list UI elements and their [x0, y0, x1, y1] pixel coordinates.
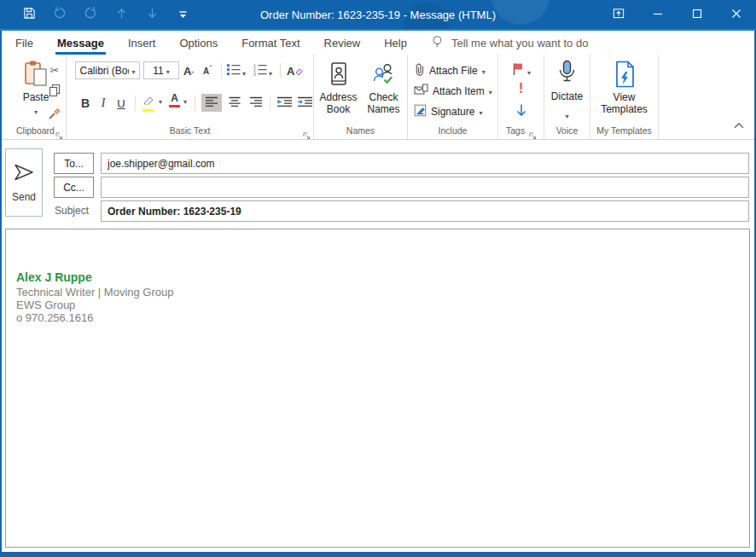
redo-button[interactable]	[75, 2, 106, 27]
signature-phone: o 970.256.1616	[16, 311, 749, 324]
font-name-select[interactable]: Calibri (Body	[75, 61, 140, 79]
align-left-button[interactable]	[201, 94, 222, 112]
compose-header: Send To... Cc... Subject joe.shipper@gma…	[0, 142, 756, 229]
dictate-dropdown[interactable]	[544, 107, 590, 122]
dictate-button[interactable]	[544, 60, 590, 89]
minimize-button[interactable]	[638, 0, 677, 29]
signature-company: EWS Group	[16, 299, 749, 311]
separator	[195, 96, 195, 111]
window-border-bottom	[0, 552, 756, 557]
separator	[221, 63, 222, 78]
address-book-button[interactable]: Address Book	[316, 59, 361, 127]
high-importance-button[interactable]: !	[498, 80, 544, 97]
group-voice: Dictate Voice	[544, 55, 590, 139]
ribbon-display-options-button[interactable]	[599, 0, 638, 29]
clipboard-dialog-launcher[interactable]	[55, 128, 63, 136]
tags-dialog-launcher[interactable]	[529, 128, 537, 136]
separator	[270, 96, 270, 111]
tab-format-text[interactable]: Format Text	[230, 31, 311, 55]
clear-formatting-button[interactable]: A	[287, 61, 304, 80]
to-field[interactable]: joe.shipper@gmail.com	[101, 153, 749, 174]
tab-review[interactable]: Review	[312, 31, 373, 55]
font-color-bar	[169, 105, 180, 107]
attach-item-label: Attach Item	[433, 85, 485, 97]
shrink-font-button[interactable]: A	[203, 61, 212, 80]
numbering-button[interactable]: 123	[253, 63, 272, 79]
tab-help[interactable]: Help	[372, 31, 419, 55]
highlighter-icon	[142, 93, 154, 108]
collapse-ribbon-button[interactable]	[734, 117, 744, 132]
signature-role: Technical Writer | Moving Group	[16, 286, 749, 299]
font-color-dropdown-icon[interactable]	[183, 99, 187, 106]
dictate-label: Dictate	[544, 90, 590, 102]
tab-options[interactable]: Options	[167, 31, 230, 55]
window-border-left	[0, 31, 2, 557]
group-clipboard: Paste Clipboard	[5, 55, 67, 139]
copy-button[interactable]	[48, 84, 61, 101]
decrease-indent-button[interactable]	[275, 94, 295, 112]
cc-field[interactable]	[101, 177, 749, 198]
font-name-value: Calibri (Body	[79, 65, 129, 77]
send-button[interactable]: Send	[5, 148, 43, 217]
signature-label: Signature	[431, 106, 474, 118]
copy-icon	[48, 85, 61, 100]
bullets-button[interactable]	[226, 63, 246, 79]
check-names-label: Check Names	[361, 91, 406, 115]
group-include: Attach File Attach Item Signature Includ…	[408, 55, 498, 139]
close-icon	[731, 7, 741, 22]
close-button[interactable]	[717, 0, 756, 29]
titlebar: Order Number: 1623-235-19 - Message (HTM…	[0, 0, 756, 29]
attach-file-button[interactable]: Attach File	[414, 62, 486, 79]
window-controls	[599, 0, 756, 29]
group-tags: ! Tags	[498, 55, 544, 139]
cc-button[interactable]: Cc...	[54, 177, 94, 198]
increase-indent-button[interactable]	[295, 94, 316, 112]
tab-file[interactable]: File	[3, 31, 45, 55]
follow-up-flag-button[interactable]	[498, 62, 544, 79]
font-size-value: 11	[153, 65, 163, 77]
tell-me-label: Tell me what you want to do	[451, 37, 588, 49]
separator	[135, 96, 136, 111]
align-right-button[interactable]	[246, 94, 266, 112]
cut-button[interactable]	[50, 62, 60, 78]
tab-insert[interactable]: Insert	[116, 31, 168, 55]
signature-button[interactable]: Signature	[414, 103, 482, 120]
subject-field[interactable]: Order Number: 1623-235-19	[101, 200, 749, 222]
increase-indent-icon	[297, 96, 314, 111]
align-right-icon	[249, 96, 264, 111]
voice-group-label: Voice	[544, 125, 590, 136]
flag-dropdown-icon	[527, 63, 531, 78]
basic-text-dialog-launcher[interactable]	[303, 128, 311, 136]
tell-me-search[interactable]: Tell me what you want to do	[431, 35, 588, 51]
names-group-label: Names	[314, 125, 407, 136]
save-icon	[23, 7, 36, 23]
save-button[interactable]	[14, 2, 44, 27]
highlight-button[interactable]	[142, 93, 154, 112]
paperclip-icon	[414, 62, 425, 79]
font-size-select[interactable]: 11	[143, 61, 179, 79]
attach-item-button[interactable]: Attach Item	[414, 83, 492, 100]
highlight-dropdown-icon[interactable]	[159, 99, 162, 106]
check-names-button[interactable]: Check Names	[361, 59, 406, 127]
message-body[interactable]: Alex J Ruppe Technical Writer | Moving G…	[5, 229, 750, 548]
outlook-message-window: Order Number: 1623-235-19 - Message (HTM…	[0, 0, 756, 557]
italic-button[interactable]: I	[98, 94, 108, 113]
flag-icon	[511, 62, 524, 79]
paste-dropdown-icon	[34, 105, 38, 117]
maximize-button[interactable]	[677, 0, 717, 29]
to-button[interactable]: To...	[54, 153, 94, 174]
font-color-button[interactable]: A	[169, 92, 180, 107]
format-painter-button[interactable]	[48, 107, 61, 124]
tab-message[interactable]: Message	[45, 31, 116, 55]
move-up-button[interactable]	[106, 2, 137, 27]
grow-font-button[interactable]: A	[183, 61, 195, 80]
low-importance-button[interactable]	[498, 103, 544, 121]
customize-quick-access-button[interactable]	[167, 2, 198, 27]
move-down-button[interactable]	[137, 2, 167, 27]
bold-button[interactable]: B	[79, 94, 92, 113]
align-center-button[interactable]	[224, 94, 245, 112]
view-templates-button[interactable]: View Templates	[602, 59, 647, 127]
grow-font-icon	[191, 63, 194, 78]
underline-button[interactable]: U	[114, 94, 128, 113]
undo-button[interactable]	[44, 2, 75, 27]
